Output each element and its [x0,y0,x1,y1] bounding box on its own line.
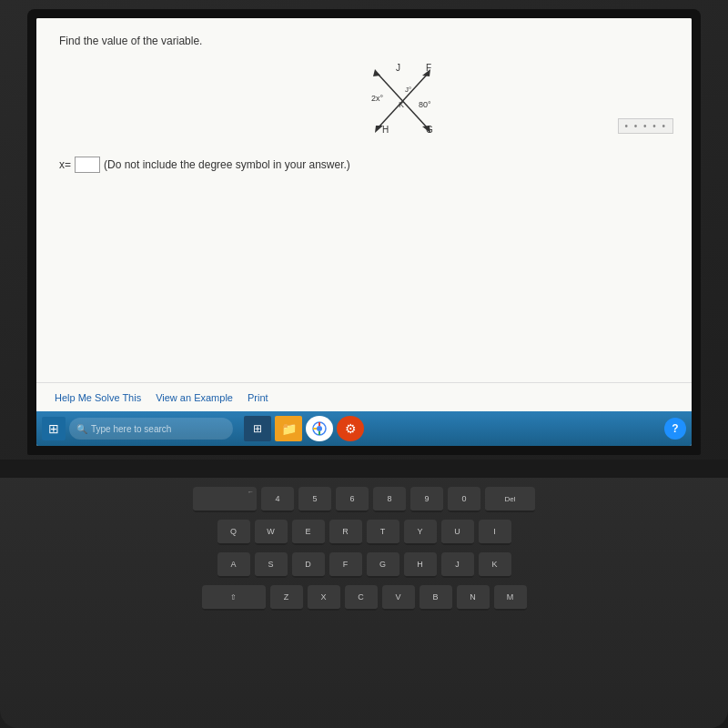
key-8[interactable]: 8 [373,487,406,512]
key-r[interactable]: R [329,520,362,545]
bottom-toolbar: Help Me Solve This View an Example Print [36,382,692,411]
input-prefix: x= [59,158,71,171]
svg-text:G: G [426,125,433,135]
key-y[interactable]: Y [404,520,437,545]
taskbar-help-circle[interactable]: ? [664,418,686,440]
key-i[interactable]: I [479,520,511,545]
taskbar: ⊞ 🔍 Type here to search ⊞ 📁 [36,411,692,446]
view-example-button[interactable]: View an Example [156,392,233,403]
key-z[interactable]: Z [270,585,303,611]
key-j[interactable]: J [441,552,474,578]
key-q[interactable]: Q [217,520,250,545]
key-t[interactable]: T [367,520,399,545]
search-placeholder: Type here to search [91,424,171,434]
key-s[interactable]: S [255,552,288,578]
key-k[interactable]: K [479,552,511,578]
key-h[interactable]: H [404,552,437,578]
svg-text:80°: 80° [419,100,431,109]
answer-input[interactable] [75,157,100,173]
key-v[interactable]: V [382,585,415,611]
key-b[interactable]: B [420,585,452,611]
content-area: Find the value of the variable. [36,18,692,408]
key-g[interactable]: G [367,552,399,578]
svg-text:H: H [382,125,389,135]
svg-text:J°: J° [405,86,411,94]
key-row-4: ⇧ Z X C V B N M [27,585,701,611]
key-m[interactable]: M [494,585,527,611]
key-6[interactable]: 6 [336,487,369,512]
key-f[interactable]: F [329,552,362,578]
svg-text:F: F [426,63,431,73]
key-row-2: Q W E R T Y U I [27,520,701,545]
svg-text:J: J [396,63,400,73]
taskbar-icon-folder[interactable]: 📁 [275,416,302,441]
taskbar-search[interactable]: 🔍 Type here to search [69,418,233,440]
diagram-svg: J F 2x° J° K 80° H G [328,60,473,142]
diagram-container: J F 2x° J° K 80° H G [328,60,473,142]
laptop-shell: Find the value of the variable. [0,0,728,728]
print-button[interactable]: Print [248,392,268,403]
help-solve-button[interactable]: Help Me Solve This [55,392,141,403]
taskbar-icons: ⊞ 📁 ⚙ [244,416,364,441]
key-9[interactable]: 9 [410,487,443,512]
key-c[interactable]: C [345,585,378,611]
key-row-1: ← 4 5 6 8 9 0 Del [27,487,701,512]
key-a[interactable]: A [217,552,250,578]
svg-text:2x°: 2x° [371,94,384,103]
hint-dots[interactable]: • • • • • [618,118,673,134]
key-backspace[interactable]: ← [193,487,257,512]
taskbar-icon-settings[interactable]: ⚙ [337,416,364,441]
screen: Find the value of the variable. [36,18,692,446]
key-d[interactable]: D [292,552,325,578]
key-shift-left[interactable]: ⇧ [202,585,266,611]
key-n[interactable]: N [457,585,490,611]
svg-text:K: K [399,100,404,109]
keyboard-rows: ← 4 5 6 8 9 0 Del Q W E R T Y U I [0,478,728,620]
svg-point-15 [317,426,322,431]
key-delete[interactable]: Del [485,487,535,512]
taskbar-icon-chrome[interactable] [306,416,333,441]
key-5[interactable]: 5 [298,487,331,512]
key-e[interactable]: E [292,520,325,545]
key-w[interactable]: W [255,520,288,545]
keyboard-top-bar [0,460,728,478]
key-0[interactable]: 0 [448,487,480,512]
taskbar-icon-windows[interactable]: ⊞ [244,416,271,441]
input-instruction: (Do not include the degree symbol in you… [104,158,350,171]
search-icon: 🔍 [76,424,87,434]
input-row: x= (Do not include the degree symbol in … [59,157,669,173]
key-row-3: A S D F G H J K [27,552,701,578]
keyboard-area: ← 4 5 6 8 9 0 Del Q W E R T Y U I [0,460,728,728]
screen-bezel: Find the value of the variable. [27,9,701,455]
key-4[interactable]: 4 [261,487,294,512]
start-button[interactable]: ⊞ [42,417,66,440]
key-u[interactable]: U [441,520,474,545]
key-x[interactable]: X [308,585,340,611]
problem-title: Find the value of the variable. [59,35,669,47]
svg-marker-2 [373,69,380,76]
